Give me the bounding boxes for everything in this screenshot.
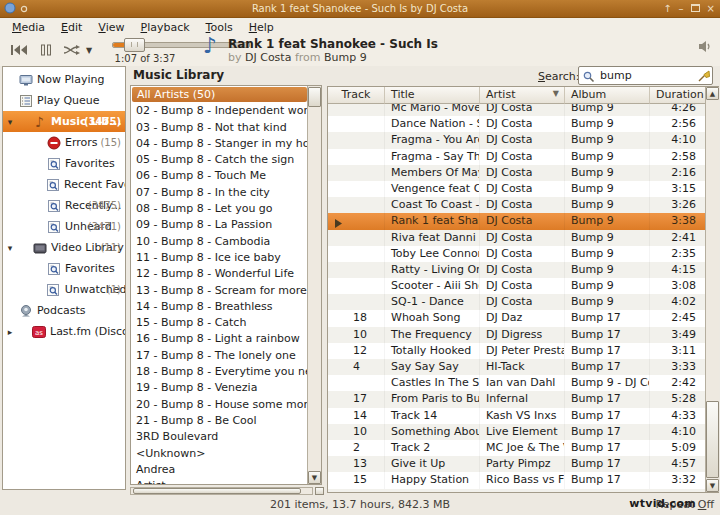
sidebar-item-video-library[interactable]: ▾Video Library(11): [3, 237, 125, 258]
sidebar-item-last-fm-discon[interactable]: ▸asLast.fm (Discon...: [3, 321, 125, 342]
menu-help[interactable]: Help: [241, 19, 282, 36]
clear-search-icon[interactable]: [697, 70, 710, 86]
scrollbar-thumb[interactable]: [308, 87, 321, 107]
artist-list-item[interactable]: <Unknown>: [131, 446, 308, 462]
table-row[interactable]: 2Track 2MC Joe & The Va...Bump 175:09: [328, 440, 706, 456]
artist-list-item[interactable]: 14 - Bump 8 - Breathless: [131, 299, 308, 315]
table-row[interactable]: 15Happy StationRico Bass vs Fu...Bump 17…: [328, 472, 706, 488]
artist-list-item[interactable]: 15 - Bump 8 - Catch: [131, 315, 308, 331]
artist-list-item[interactable]: 20 - Bump 8 - House some more: [131, 397, 308, 413]
artist-list-item[interactable]: 18 - Bump 8 - Everytime you need me: [131, 364, 308, 380]
menu-playback[interactable]: Playback: [132, 19, 197, 36]
artist-list-item[interactable]: 02 - Bump 8 - Independent woman p...: [131, 103, 308, 119]
artist-list-item[interactable]: 12 - Bump 8 - Wonderful Life: [131, 266, 308, 282]
maximize-icon[interactable]: [691, 4, 700, 14]
scroll-down-icon[interactable]: ▼: [308, 471, 321, 484]
seek-slider-handle[interactable]: [124, 38, 145, 52]
table-row[interactable]: Vengence feat Cla...DJ CostaBump 93:15: [328, 181, 706, 197]
table-row[interactable]: Toby Lee Connor - ...DJ CostaBump 92:35: [328, 246, 706, 262]
smart-playlist-icon: [46, 157, 61, 171]
artist-list-item[interactable]: 04 - Bump 8 - Stanger in my house: [131, 136, 308, 152]
table-row[interactable]: Fragma - Say That...DJ CostaBump 92:58: [328, 149, 706, 165]
minimize-icon[interactable]: –: [679, 4, 684, 14]
sidebar-item-play-queue[interactable]: Play Queue: [3, 90, 125, 111]
close-icon[interactable]: ×: [707, 4, 715, 14]
search-input[interactable]: bump: [578, 66, 713, 85]
artist-list-item[interactable]: Andrea: [131, 462, 308, 478]
table-row[interactable]: Rank 1 feat Shan...DJ CostaBump 93:38: [328, 213, 706, 229]
artist-list-item[interactable]: All Artists (50): [132, 87, 307, 102]
sidebar-item-recent-favori[interactable]: Recent Favori...: [3, 174, 125, 195]
hscrollbar-thumb[interactable]: [133, 488, 301, 494]
artist-list-item[interactable]: Artist: [131, 478, 308, 484]
sidebar-item-now-playing[interactable]: Now Playing: [3, 69, 125, 90]
sidebar-item-unwatched[interactable]: Unwatched(1): [3, 279, 125, 300]
artist-list-item[interactable]: 10 - Bump 8 - Cambodia: [131, 234, 308, 250]
table-row[interactable]: 17From Paris to BurlinInfernalBump 175:2…: [328, 391, 706, 407]
shade-window-icon[interactable]: ↑: [663, 4, 671, 14]
sidebar-item-podcasts[interactable]: Podcasts: [3, 300, 125, 321]
table-row[interactable]: 4Say Say SayHI-TackBump 173:33: [328, 359, 706, 375]
table-row[interactable]: 10Something About ...Live ElementBump 17…: [328, 424, 706, 440]
artist-list-item[interactable]: 3RD Boulevard: [131, 429, 308, 445]
artist-list-item[interactable]: 06 - Bump 8 - Touch Me: [131, 168, 308, 184]
pause-button[interactable]: [40, 44, 52, 59]
previous-button[interactable]: [10, 44, 28, 59]
column-header-artist[interactable]: Artist▼: [480, 87, 565, 104]
shuffle-button[interactable]: [63, 44, 81, 59]
sidebar-item-errors[interactable]: Errors(15): [3, 132, 125, 153]
table-row[interactable]: 14Track 14Kash VS InxsBump 174:33: [328, 408, 706, 424]
sidebar-item-unheard[interactable]: Unheard(3471): [3, 216, 125, 237]
sidebar-item-recently[interactable]: Recently...(3475): [3, 195, 125, 216]
artist-list-item[interactable]: 11 - Bump 8 - Ice ice baby: [131, 250, 308, 266]
table-row[interactable]: SQ-1 - DanceDJ CostaBump 94:02: [328, 294, 706, 310]
expander-right-icon[interactable]: ▸: [5, 327, 15, 337]
table-row[interactable]: 18Whoah SongDJ DazBump 172:45: [328, 310, 706, 326]
menu-edit[interactable]: Edit: [53, 19, 90, 36]
table-row[interactable]: Riva feat Danni Mi...DJ CostaBump 92:41: [328, 230, 706, 246]
table-row[interactable]: Coast To Coast - H...DJ CostaBump 93:26: [328, 197, 706, 213]
artist-list-item[interactable]: 08 - Bump 8 - Let you go: [131, 201, 308, 217]
table-row[interactable]: Members Of Mayd...DJ CostaBump 92:16: [328, 165, 706, 181]
table-row[interactable]: Mc Mario - Move It...DJ CostaBump 94:26: [328, 104, 706, 116]
sidebar-item-label: Errors: [65, 136, 98, 149]
expander-down-icon[interactable]: ▾: [5, 243, 15, 253]
table-row[interactable]: Dance Nation - Su...DJ CostaBump 92:56: [328, 116, 706, 132]
artist-list-scrollbar[interactable]: ▼: [307, 86, 321, 484]
table-row[interactable]: Castles In The SkyIan van DahlBump 9 - D…: [328, 375, 706, 391]
playback-mode-dropdown-icon[interactable]: ▼: [86, 46, 92, 55]
column-header-title[interactable]: Title: [385, 87, 480, 104]
table-row[interactable]: Ratty - Living On Vi...DJ CostaBump 94:1…: [328, 262, 706, 278]
search-icon[interactable]: [582, 70, 595, 86]
artist-list-item[interactable]: 16 - Bump 8 - Light a rainbow: [131, 331, 308, 347]
column-header-album[interactable]: Album: [565, 87, 650, 104]
track-table-scrollbar[interactable]: ▲ ▼: [705, 87, 719, 492]
table-row[interactable]: Scooter - Aiii Shot...DJ CostaBump 93:08: [328, 278, 706, 294]
table-row[interactable]: 10The FrequencyDJ DigressBump 173:49: [328, 327, 706, 343]
cell-title: Something About ...: [385, 424, 480, 440]
expander-down-icon[interactable]: ▾: [5, 117, 15, 127]
artist-list-item[interactable]: 03 - Bump 8 - Not that kind: [131, 120, 308, 136]
artist-list-item[interactable]: 05 - Bump 8 - Catch the sign: [131, 152, 308, 168]
table-row[interactable]: 12Totally HookedDJ Peter Presta ...Bump …: [328, 343, 706, 359]
scroll-down-icon[interactable]: ▼: [706, 479, 719, 492]
menu-media[interactable]: Media: [4, 19, 53, 36]
column-header-track[interactable]: Track: [328, 87, 385, 104]
scroll-up-icon[interactable]: ▲: [706, 87, 719, 100]
artist-list-item[interactable]: 07 - Bump 8 - In the city: [131, 185, 308, 201]
artist-list-item[interactable]: 09 - Bump 8 - La Passion: [131, 217, 308, 233]
artist-list-item[interactable]: 17 - Bump 8 - The lonely one: [131, 348, 308, 364]
artist-list-item[interactable]: 19 - Bump 8 - Venezia: [131, 380, 308, 396]
menu-view[interactable]: View: [90, 19, 132, 36]
volume-icon[interactable]: [698, 40, 713, 56]
scrollbar-thumb[interactable]: [706, 401, 719, 478]
sidebar-item-favorites[interactable]: Favorites: [3, 153, 125, 174]
artist-list-hscrollbar[interactable]: [130, 487, 313, 495]
artist-list-item[interactable]: 13 - Bump 8 - Scream for more: [131, 283, 308, 299]
sidebar-item-favorites[interactable]: Favorites: [3, 258, 125, 279]
table-row[interactable]: 13Give it UpParty PimpzBump 174:57: [328, 456, 706, 472]
column-header-duration[interactable]: Duration: [650, 87, 706, 104]
artist-list-item[interactable]: 21 - Bump 8 - Be Cool: [131, 413, 308, 429]
table-row[interactable]: Fragma - You Are ...DJ CostaBump 94:10: [328, 132, 706, 148]
sidebar-item-music-lib[interactable]: ▾♪Music Lib...(3475): [3, 111, 125, 132]
